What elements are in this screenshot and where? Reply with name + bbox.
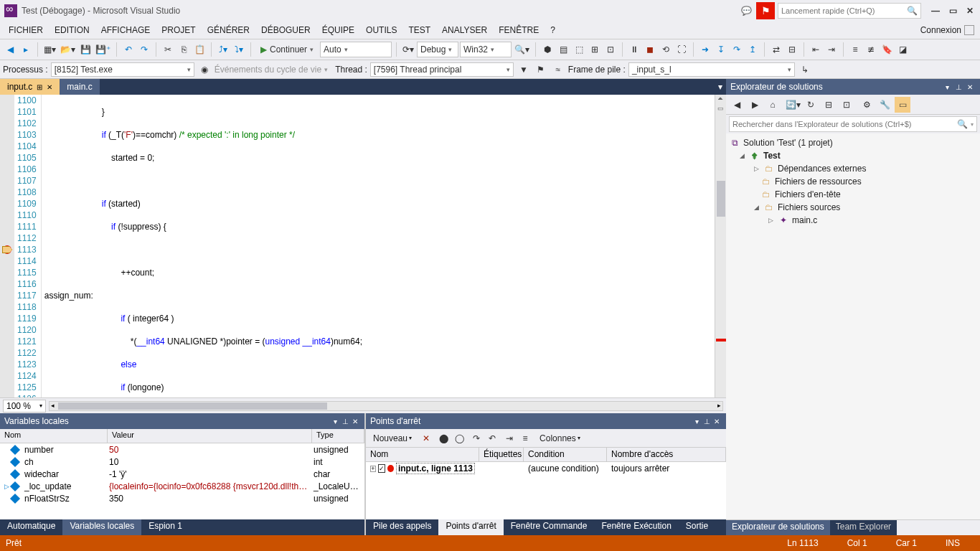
step-into-button[interactable]: ↧: [714, 42, 728, 57]
new-project-button[interactable]: ▦▾: [42, 42, 57, 57]
config-dropdown[interactable]: Debug▾: [417, 42, 458, 57]
tab-solution-explorer[interactable]: Explorateur de solutions: [726, 520, 830, 535]
locals-row[interactable]: ▷_loc_update{localeinfo={locinfo=0x0fc68…: [0, 480, 364, 492]
uncomment-button[interactable]: ≢: [864, 42, 878, 57]
maximize-button[interactable]: ▭: [947, 6, 958, 16]
tab-points-arret[interactable]: Points d'arrêt: [438, 519, 503, 535]
close-tab-icon[interactable]: ✕: [47, 83, 52, 91]
platform-dropdown[interactable]: Win32▾: [460, 42, 512, 57]
locals-col-name[interactable]: Nom: [0, 429, 108, 443]
undo-button[interactable]: ↶: [121, 42, 136, 57]
save-button[interactable]: 💾: [78, 42, 93, 57]
breakpoint-row[interactable]: + input.c, ligne 1113 (aucune condition)…: [366, 462, 726, 475]
feedback-icon[interactable]: 💬: [739, 4, 753, 18]
filter-icon[interactable]: ▼: [517, 62, 531, 77]
tab-variables-locales[interactable]: Variables locales: [62, 519, 141, 535]
notifications-flag-icon[interactable]: ⚑: [756, 2, 775, 19]
split-icon[interactable]: ▭: [715, 105, 726, 115]
continue-button[interactable]: ▶Continuer▾: [255, 42, 319, 57]
quick-launch-input[interactable]: 🔍: [778, 3, 921, 19]
panel-pin-icon[interactable]: ⊥: [702, 418, 712, 425]
show-all-icon[interactable]: ⊡: [839, 97, 854, 113]
expand-icon[interactable]: ▷: [752, 165, 760, 172]
panel-close-icon[interactable]: ✕: [350, 418, 360, 425]
code-text[interactable]: } if (_T('F')==comchr) /* expected ':' i…: [42, 95, 715, 397]
panel-pin-icon[interactable]: ⊥: [953, 83, 964, 91]
menu-deboguer[interactable]: DÉBOGUER: [255, 24, 316, 37]
home-icon[interactable]: ⌂: [765, 97, 781, 113]
collapse-icon[interactable]: ◢: [752, 204, 760, 211]
tool-b-button[interactable]: ⬚: [572, 42, 586, 57]
scrollbar-thumb[interactable]: [717, 181, 725, 217]
hex-button[interactable]: ⬢: [540, 42, 555, 57]
expand-icon[interactable]: ▷: [766, 217, 775, 224]
menu-analyser[interactable]: ANALYSER: [436, 24, 493, 37]
horizontal-scrollbar[interactable]: ◂▸: [49, 401, 723, 411]
nav-out-button[interactable]: ⤴▾: [216, 42, 230, 57]
bookmark-button[interactable]: 🔖: [880, 42, 894, 57]
code-editor[interactable]: 1100110111021103110411051106110711081109…: [0, 95, 726, 397]
menu-help[interactable]: ?: [545, 24, 561, 37]
refresh-button[interactable]: ⟳▾: [401, 42, 415, 57]
save-all-button[interactable]: 💾⁺: [94, 42, 112, 57]
menu-affichage[interactable]: AFFICHAGE: [95, 24, 156, 37]
go-to-disasm-button[interactable]: ≡: [518, 430, 532, 446]
nav-fwd-button[interactable]: ▸: [19, 42, 33, 57]
flag-thread-icon[interactable]: ⚑: [534, 62, 548, 77]
tab-team-explorer[interactable]: Team Explorer: [830, 520, 897, 535]
menu-test[interactable]: TEST: [402, 24, 436, 37]
tab-input-c[interactable]: input.c⊞✕: [0, 79, 60, 95]
intellitrace-button[interactable]: ⇄: [769, 42, 783, 57]
breakpoint-gutter[interactable]: [0, 95, 14, 397]
tree-mainc[interactable]: ▷✦main.c: [726, 214, 980, 227]
step-over-button[interactable]: ↷: [730, 42, 744, 57]
bkp-col-name[interactable]: Nom: [366, 448, 479, 461]
scroll-up-icon[interactable]: ⏶: [715, 95, 726, 105]
copy-button[interactable]: ⎘: [176, 42, 191, 57]
panel-close-icon[interactable]: ✕: [964, 83, 976, 91]
new-breakpoint-button[interactable]: Nouveau▾: [369, 431, 416, 446]
locals-row[interactable]: widechar-1 'ÿ'char: [0, 468, 364, 480]
indent-button[interactable]: ⇥: [824, 42, 839, 57]
minimize-button[interactable]: —: [930, 6, 941, 16]
diag-button[interactable]: ⊟: [785, 42, 799, 57]
tab-sortie[interactable]: Sortie: [679, 519, 715, 535]
thread-dropdown[interactable]: [7596] Thread principal▾: [370, 62, 514, 77]
pending-icon[interactable]: ▭: [895, 97, 910, 113]
expand-icon[interactable]: +: [370, 466, 376, 472]
panel-dropdown-icon[interactable]: ▾: [692, 418, 702, 425]
panel-pin-icon[interactable]: ⊥: [340, 418, 350, 425]
quick-launch-field[interactable]: [781, 6, 907, 15]
redo-button[interactable]: ↷: [137, 42, 151, 57]
stackframe-dropdown[interactable]: _input_s_l▾: [628, 62, 795, 77]
locals-row[interactable]: number50unsigned: [0, 443, 364, 456]
cut-button[interactable]: ✂: [161, 42, 175, 57]
menu-edition[interactable]: EDITION: [49, 24, 95, 37]
columns-button[interactable]: Colonnes▾: [535, 431, 585, 446]
paste-button[interactable]: 📋: [192, 42, 207, 57]
enable-all-button[interactable]: ◯: [452, 430, 466, 446]
go-to-source-button[interactable]: ↳: [798, 62, 812, 77]
tree-solution-root[interactable]: ⧉Solution 'Test' (1 projet): [726, 136, 980, 149]
show-next-statement-button[interactable]: ➜: [698, 42, 712, 57]
collapse-icon[interactable]: ◢: [738, 152, 746, 159]
delete-breakpoint-button[interactable]: ✕: [419, 430, 433, 446]
panel-dropdown-icon[interactable]: ▾: [330, 418, 340, 425]
vertical-scrollbar[interactable]: ⏶ ▭: [715, 95, 726, 397]
locals-col-value[interactable]: Valeur: [108, 429, 312, 443]
zoom-dropdown[interactable]: 100 %▾: [3, 400, 46, 413]
tree-res[interactable]: 🗀Fichiers de ressources: [726, 175, 980, 188]
detach-button[interactable]: ⛶: [674, 42, 689, 57]
panel-dropdown-icon[interactable]: ▾: [941, 83, 953, 91]
menu-outils[interactable]: OUTILS: [360, 24, 402, 37]
go-to-source-button[interactable]: ⇥: [502, 430, 517, 446]
close-button[interactable]: ✕: [964, 6, 976, 16]
tree-hdr[interactable]: 🗀Fichiers d'en-tête: [726, 188, 980, 201]
tree-src[interactable]: ◢🗀Fichiers sources: [726, 201, 980, 214]
export-button[interactable]: ↷: [469, 430, 484, 446]
sync-icon[interactable]: 🔄▾: [785, 97, 801, 113]
tab-main-c[interactable]: main.c: [60, 79, 99, 95]
tool-a-button[interactable]: ▤: [556, 42, 570, 57]
tab-espion-1[interactable]: Espion 1: [141, 519, 189, 535]
back-icon[interactable]: ◀: [729, 97, 745, 113]
